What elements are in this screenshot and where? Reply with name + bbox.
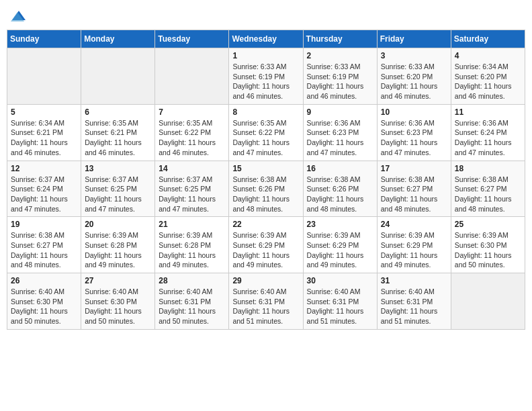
day-number: 29 <box>232 276 299 285</box>
weekday-header: Tuesday <box>155 30 229 48</box>
calendar-cell: 13Sunrise: 6:37 AMSunset: 6:25 PMDayligh… <box>81 161 155 217</box>
calendar-week-row: 19Sunrise: 6:38 AMSunset: 6:27 PMDayligh… <box>7 217 525 273</box>
day-number: 11 <box>455 107 521 117</box>
day-info: Sunrise: 6:38 AMSunset: 6:26 PMDaylight:… <box>307 175 373 214</box>
calendar-cell: 31Sunrise: 6:40 AMSunset: 6:31 PMDayligh… <box>377 273 451 330</box>
day-number: 14 <box>159 164 225 173</box>
day-info: Sunrise: 6:34 AMSunset: 6:21 PMDaylight:… <box>11 118 77 158</box>
day-number: 21 <box>159 220 225 229</box>
calendar-cell: 17Sunrise: 6:38 AMSunset: 6:27 PMDayligh… <box>377 161 451 217</box>
calendar-cell: 23Sunrise: 6:39 AMSunset: 6:29 PMDayligh… <box>303 217 377 273</box>
day-info: Sunrise: 6:33 AMSunset: 6:20 PMDaylight:… <box>381 62 447 101</box>
day-info: Sunrise: 6:37 AMSunset: 6:25 PMDaylight:… <box>85 175 151 214</box>
calendar-cell <box>451 273 525 330</box>
calendar-cell: 28Sunrise: 6:40 AMSunset: 6:31 PMDayligh… <box>155 273 229 330</box>
calendar-cell: 20Sunrise: 6:39 AMSunset: 6:28 PMDayligh… <box>81 217 155 273</box>
day-number: 16 <box>307 164 373 173</box>
day-number: 23 <box>307 220 373 229</box>
day-info: Sunrise: 6:39 AMSunset: 6:29 PMDaylight:… <box>381 230 447 270</box>
day-info: Sunrise: 6:40 AMSunset: 6:31 PMDaylight:… <box>381 287 447 326</box>
calendar-cell: 21Sunrise: 6:39 AMSunset: 6:28 PMDayligh… <box>155 217 229 273</box>
day-info: Sunrise: 6:33 AMSunset: 6:19 PMDaylight:… <box>307 62 373 101</box>
day-number: 27 <box>85 276 151 285</box>
day-info: Sunrise: 6:37 AMSunset: 6:24 PMDaylight:… <box>11 175 77 214</box>
calendar-cell: 18Sunrise: 6:38 AMSunset: 6:27 PMDayligh… <box>451 161 525 217</box>
calendar-cell: 5Sunrise: 6:34 AMSunset: 6:21 PMDaylight… <box>7 104 81 161</box>
day-number: 18 <box>455 164 521 173</box>
day-number: 26 <box>11 276 77 285</box>
calendar-week-row: 1Sunrise: 6:33 AMSunset: 6:19 PMDaylight… <box>7 48 525 105</box>
day-info: Sunrise: 6:40 AMSunset: 6:31 PMDaylight:… <box>307 287 373 326</box>
day-info: Sunrise: 6:38 AMSunset: 6:27 PMDaylight:… <box>455 175 521 214</box>
calendar-cell: 29Sunrise: 6:40 AMSunset: 6:31 PMDayligh… <box>229 273 303 330</box>
day-number: 12 <box>11 164 77 173</box>
day-number: 5 <box>11 107 77 117</box>
day-number: 19 <box>11 220 77 229</box>
logo <box>9 7 26 24</box>
day-number: 28 <box>159 276 225 285</box>
day-number: 10 <box>381 107 447 117</box>
weekday-header: Monday <box>81 30 155 48</box>
day-number: 31 <box>381 276 447 285</box>
day-number: 24 <box>381 220 447 229</box>
calendar-cell: 6Sunrise: 6:35 AMSunset: 6:21 PMDaylight… <box>81 104 155 161</box>
day-info: Sunrise: 6:39 AMSunset: 6:29 PMDaylight:… <box>307 230 373 270</box>
day-number: 13 <box>85 164 151 173</box>
calendar-cell: 2Sunrise: 6:33 AMSunset: 6:19 PMDaylight… <box>303 48 377 105</box>
calendar-cell: 3Sunrise: 6:33 AMSunset: 6:20 PMDaylight… <box>377 48 451 105</box>
calendar-cell: 1Sunrise: 6:33 AMSunset: 6:19 PMDaylight… <box>229 48 303 105</box>
calendar-cell <box>155 48 229 105</box>
calendar-cell: 8Sunrise: 6:35 AMSunset: 6:22 PMDaylight… <box>229 104 303 161</box>
calendar-week-row: 12Sunrise: 6:37 AMSunset: 6:24 PMDayligh… <box>7 161 525 217</box>
calendar-cell: 14Sunrise: 6:37 AMSunset: 6:25 PMDayligh… <box>155 161 229 217</box>
calendar-cell <box>7 48 81 105</box>
day-info: Sunrise: 6:39 AMSunset: 6:29 PMDaylight:… <box>232 230 299 270</box>
weekday-header: Friday <box>377 30 451 48</box>
day-info: Sunrise: 6:39 AMSunset: 6:28 PMDaylight:… <box>85 230 151 270</box>
calendar-cell: 4Sunrise: 6:34 AMSunset: 6:20 PMDaylight… <box>451 48 525 105</box>
weekday-header: Wednesday <box>229 30 303 48</box>
day-info: Sunrise: 6:36 AMSunset: 6:24 PMDaylight:… <box>455 118 521 158</box>
day-info: Sunrise: 6:35 AMSunset: 6:22 PMDaylight:… <box>159 118 225 158</box>
day-info: Sunrise: 6:38 AMSunset: 6:27 PMDaylight:… <box>381 175 447 214</box>
day-info: Sunrise: 6:33 AMSunset: 6:19 PMDaylight:… <box>232 62 299 101</box>
day-info: Sunrise: 6:39 AMSunset: 6:28 PMDaylight:… <box>159 230 225 270</box>
day-info: Sunrise: 6:38 AMSunset: 6:26 PMDaylight:… <box>232 175 299 214</box>
day-number: 4 <box>455 51 521 60</box>
calendar-cell: 16Sunrise: 6:38 AMSunset: 6:26 PMDayligh… <box>303 161 377 217</box>
calendar-cell: 22Sunrise: 6:39 AMSunset: 6:29 PMDayligh… <box>229 217 303 273</box>
calendar-cell: 26Sunrise: 6:40 AMSunset: 6:30 PMDayligh… <box>7 273 81 330</box>
logo-icon <box>11 9 26 24</box>
calendar-cell: 27Sunrise: 6:40 AMSunset: 6:30 PMDayligh… <box>81 273 155 330</box>
calendar-header-row: SundayMondayTuesdayWednesdayThursdayFrid… <box>7 30 525 48</box>
day-number: 2 <box>307 51 373 60</box>
calendar-cell: 24Sunrise: 6:39 AMSunset: 6:29 PMDayligh… <box>377 217 451 273</box>
day-number: 25 <box>455 220 521 229</box>
day-number: 22 <box>232 220 299 229</box>
day-info: Sunrise: 6:40 AMSunset: 6:30 PMDaylight:… <box>85 287 151 326</box>
day-number: 7 <box>159 107 225 117</box>
day-number: 6 <box>85 107 151 117</box>
day-info: Sunrise: 6:35 AMSunset: 6:22 PMDaylight:… <box>232 118 299 158</box>
day-number: 9 <box>307 107 373 117</box>
calendar-cell: 10Sunrise: 6:36 AMSunset: 6:23 PMDayligh… <box>377 104 451 161</box>
day-number: 30 <box>307 276 373 285</box>
day-info: Sunrise: 6:35 AMSunset: 6:21 PMDaylight:… <box>85 118 151 158</box>
calendar-cell: 30Sunrise: 6:40 AMSunset: 6:31 PMDayligh… <box>303 273 377 330</box>
calendar-cell <box>81 48 155 105</box>
calendar-cell: 12Sunrise: 6:37 AMSunset: 6:24 PMDayligh… <box>7 161 81 217</box>
day-info: Sunrise: 6:39 AMSunset: 6:30 PMDaylight:… <box>455 230 521 270</box>
calendar-cell: 9Sunrise: 6:36 AMSunset: 6:23 PMDaylight… <box>303 104 377 161</box>
day-info: Sunrise: 6:40 AMSunset: 6:30 PMDaylight:… <box>11 287 77 326</box>
day-number: 20 <box>85 220 151 229</box>
weekday-header: Thursday <box>303 30 377 48</box>
day-info: Sunrise: 6:37 AMSunset: 6:25 PMDaylight:… <box>159 175 225 214</box>
calendar-cell: 25Sunrise: 6:39 AMSunset: 6:30 PMDayligh… <box>451 217 525 273</box>
calendar-cell: 19Sunrise: 6:38 AMSunset: 6:27 PMDayligh… <box>7 217 81 273</box>
day-number: 1 <box>232 51 299 60</box>
calendar-cell: 11Sunrise: 6:36 AMSunset: 6:24 PMDayligh… <box>451 104 525 161</box>
day-info: Sunrise: 6:36 AMSunset: 6:23 PMDaylight:… <box>307 118 373 158</box>
day-info: Sunrise: 6:36 AMSunset: 6:23 PMDaylight:… <box>381 118 447 158</box>
calendar-week-row: 5Sunrise: 6:34 AMSunset: 6:21 PMDaylight… <box>7 104 525 161</box>
weekday-header: Saturday <box>451 30 525 48</box>
